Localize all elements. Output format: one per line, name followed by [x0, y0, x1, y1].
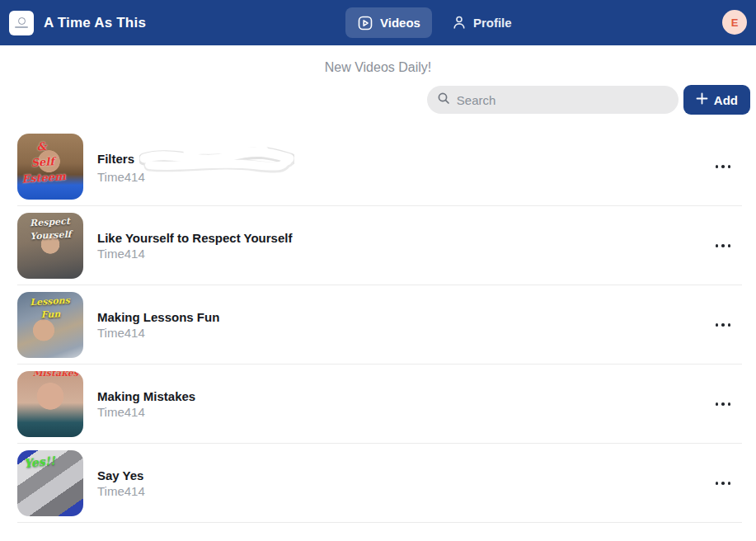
person-icon — [452, 15, 467, 31]
video-list: & Self Esteem Filters Time414 — [0, 127, 756, 523]
video-thumbnail[interactable]: & Self Esteem — [17, 134, 83, 200]
toolbar: Add — [0, 85, 756, 115]
video-title: Making Lessons Fun — [97, 310, 219, 324]
video-title: Filters — [97, 152, 134, 166]
thumbnail-overlay-text: Yes!! — [23, 452, 56, 472]
add-button[interactable]: Add — [683, 85, 750, 115]
tab-videos[interactable]: Videos — [345, 7, 432, 38]
tab-profile-label: Profile — [473, 16, 512, 30]
video-title: Making Mistakes — [97, 389, 195, 403]
page-heading: New Videos Daily! — [0, 60, 756, 75]
video-row[interactable]: Mistakes Making Mistakes Time414 — [0, 365, 756, 444]
search-icon — [437, 92, 450, 108]
thumbnail-overlay-text: Mistakes — [17, 371, 83, 380]
video-title: Say Yes — [97, 468, 143, 482]
app-header: A Time As This Videos Profile E — [0, 0, 756, 45]
thumbnail-overlay-text: Respect Yourself — [17, 214, 83, 244]
more-options-button[interactable] — [710, 470, 736, 496]
app-logo[interactable] — [9, 11, 34, 35]
plus-icon — [696, 92, 708, 107]
user-avatar[interactable]: E — [722, 10, 747, 35]
video-thumbnail[interactable]: Yes!! — [17, 450, 83, 516]
clock-logo-icon — [18, 17, 26, 25]
video-row[interactable]: Respect Yourself Like Yourself to Respec… — [0, 206, 756, 285]
video-channel: Time414 — [97, 247, 292, 261]
video-meta: Filters Time414 — [97, 150, 294, 184]
more-options-button[interactable] — [710, 153, 736, 180]
tab-videos-label: Videos — [380, 16, 420, 30]
video-channel: Time414 — [97, 405, 195, 419]
logo-text-mark — [15, 26, 28, 28]
nav-tabs: Videos Profile — [345, 7, 524, 38]
video-row[interactable]: Lessons Fun Making Lessons Fun Time414 — [0, 285, 756, 365]
video-channel: Time414 — [97, 170, 294, 184]
more-options-button[interactable] — [710, 312, 736, 338]
video-channel: Time414 — [97, 484, 145, 498]
video-thumbnail[interactable]: Mistakes — [17, 371, 83, 437]
add-button-label: Add — [714, 93, 738, 107]
video-row[interactable]: Yes!! Say Yes Time414 — [0, 444, 756, 523]
app-title: A Time As This — [44, 15, 146, 31]
video-row[interactable]: & Self Esteem Filters Time414 — [0, 127, 756, 206]
tab-profile[interactable]: Profile — [440, 7, 524, 38]
video-title: Like Yourself to Respect Yourself — [97, 231, 292, 245]
video-meta: Making Lessons Fun Time414 — [97, 310, 219, 340]
search-input[interactable] — [457, 93, 669, 107]
video-channel: Time414 — [97, 326, 219, 340]
more-options-button[interactable] — [710, 391, 736, 417]
video-thumbnail[interactable]: Respect Yourself — [17, 213, 83, 279]
more-options-button[interactable] — [710, 233, 736, 259]
video-meta: Like Yourself to Respect Yourself Time41… — [97, 231, 292, 261]
video-meta: Say Yes Time414 — [97, 468, 145, 498]
search-box — [427, 86, 679, 114]
video-meta: Making Mistakes Time414 — [97, 389, 195, 419]
thumbnail-overlay-text: & Self Esteem — [17, 138, 68, 187]
video-thumbnail[interactable]: Lessons Fun — [17, 292, 83, 358]
video-play-icon — [357, 15, 373, 31]
thumbnail-overlay-text: Lessons Fun — [17, 294, 83, 323]
